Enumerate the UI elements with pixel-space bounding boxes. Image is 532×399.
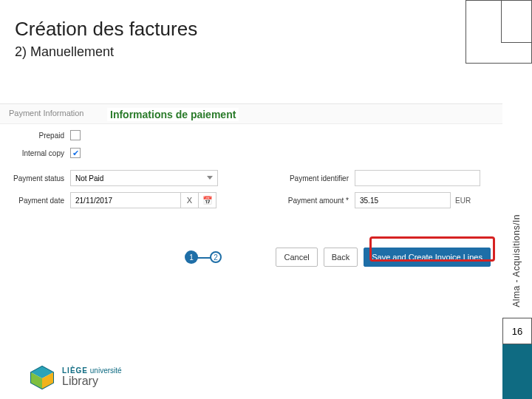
accent-bar: [502, 344, 532, 399]
prepaid-checkbox[interactable]: [70, 130, 81, 140]
step-indicator: 1 2: [185, 250, 222, 264]
payment-amount-input[interactable]: [355, 192, 451, 208]
logo-icon: [30, 365, 55, 390]
slide-subtitle: 2) Manuellement: [15, 44, 114, 60]
page-number: 16: [502, 318, 532, 344]
section-label-original: Payment Information: [9, 109, 84, 117]
payment-date-label: Payment date: [0, 197, 70, 205]
corner-decoration: [466, 0, 532, 64]
cancel-button[interactable]: Cancel: [276, 248, 317, 267]
calendar-button[interactable]: 📅: [199, 192, 216, 208]
side-caption: Alma - Acquisitions/In: [511, 214, 522, 307]
right-rail: 16: [502, 318, 532, 399]
embedded-screenshot: Payment Information Informations de paie…: [0, 103, 502, 236]
form-body: Prepaid Internal copy Payment status Not…: [0, 123, 502, 236]
back-button[interactable]: Back: [324, 248, 358, 267]
close-icon: X: [187, 196, 192, 205]
wizard-footer: 1 2 Cancel Back Save and Create Invoice …: [0, 239, 502, 275]
payment-identifier-input[interactable]: [355, 170, 480, 186]
step-1[interactable]: 1: [185, 250, 198, 264]
step-2[interactable]: 2: [210, 251, 222, 263]
payment-status-value: Not Paid: [75, 174, 103, 183]
internal-copy-label: Internal copy: [0, 149, 70, 157]
calendar-icon: 📅: [202, 196, 213, 205]
prepaid-label: Prepaid: [0, 132, 70, 140]
logo-library-line: Library: [62, 375, 122, 388]
clear-date-button[interactable]: X: [181, 192, 199, 208]
currency-label: EUR: [451, 197, 471, 205]
slide-title: Création des factures: [15, 18, 197, 41]
section-title-overlay: Informations de paiement: [107, 108, 239, 121]
save-create-lines-button[interactable]: Save and Create Invoice Lines: [364, 248, 491, 267]
payment-status-label: Payment status: [0, 174, 70, 183]
liege-library-logo: LIÈGE université Library: [30, 365, 122, 390]
payment-date-input[interactable]: [70, 192, 181, 208]
internal-copy-checkbox[interactable]: [70, 148, 81, 158]
chevron-down-icon: [207, 176, 213, 180]
payment-amount-label: Payment amount *: [273, 197, 355, 205]
payment-status-select[interactable]: Not Paid: [70, 170, 218, 186]
payment-identifier-label: Payment identifier: [273, 174, 355, 183]
